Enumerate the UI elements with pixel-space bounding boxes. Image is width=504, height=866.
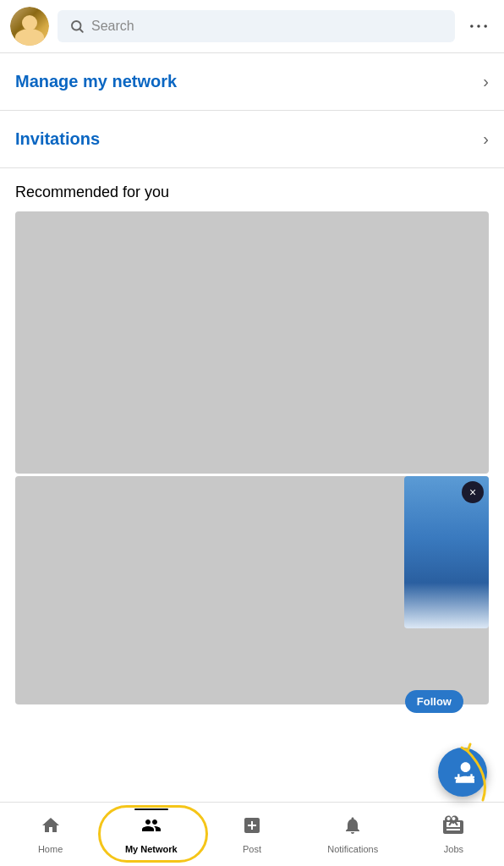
messaging-button[interactable] — [463, 11, 494, 41]
manage-network-item[interactable]: Manage my network › — [0, 53, 504, 111]
tab-home-label: Home — [38, 844, 63, 854]
manage-network-label: Manage my network — [15, 72, 177, 91]
add-person-icon — [451, 760, 474, 784]
recommended-section-title: Recommended for you — [0, 168, 504, 211]
add-connection-fab[interactable] — [438, 748, 487, 797]
tab-jobs-label: Jobs — [444, 844, 463, 854]
tab-post-label: Post — [243, 844, 261, 854]
search-placeholder-text: Search — [91, 19, 134, 34]
svg-point-2 — [470, 25, 474, 28]
svg-point-4 — [484, 25, 487, 28]
follow-button-preview[interactable]: Follow — [405, 690, 463, 713]
jobs-icon — [443, 815, 463, 841]
tab-jobs[interactable]: Jobs — [403, 808, 504, 861]
post-icon — [242, 815, 262, 841]
app-header: Search — [0, 0, 504, 53]
messaging-icon — [467, 14, 490, 38]
notifications-icon — [342, 815, 363, 841]
tab-notifications-label: Notifications — [327, 844, 378, 854]
recommended-card-2-wrapper: × Follow — [15, 476, 489, 704]
tab-home[interactable]: Home — [0, 808, 101, 861]
recommended-card-1[interactable] — [15, 211, 489, 474]
my-network-icon — [141, 815, 162, 841]
svg-line-1 — [79, 29, 82, 31]
search-icon — [69, 19, 85, 34]
invitations-label: Invitations — [15, 129, 100, 149]
invitations-item[interactable]: Invitations › — [0, 111, 504, 168]
tab-my-network-label: My Network — [125, 844, 178, 854]
tab-post[interactable]: Post — [201, 808, 302, 861]
search-bar[interactable]: Search — [58, 10, 455, 42]
close-popup-button[interactable]: × — [462, 481, 484, 503]
avatar[interactable] — [10, 7, 49, 46]
manage-network-chevron: › — [483, 72, 489, 91]
invitations-chevron: › — [483, 129, 489, 149]
home-icon — [41, 815, 61, 841]
follow-popup: × — [404, 476, 489, 628]
bottom-navigation: Home My Network Post Notifications Jobs — [0, 802, 504, 866]
tab-my-network[interactable]: My Network — [101, 808, 201, 861]
tab-notifications[interactable]: Notifications — [303, 808, 403, 861]
svg-point-3 — [477, 25, 480, 28]
